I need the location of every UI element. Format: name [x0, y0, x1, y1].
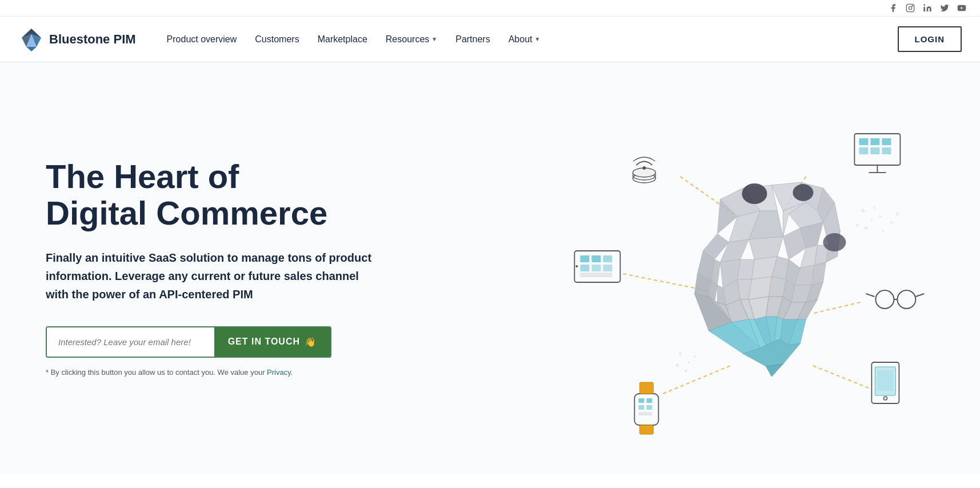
svg-marker-73 — [766, 364, 783, 377]
logo-link[interactable]: Bluestone PIM — [18, 26, 136, 53]
resources-chevron-icon: ▼ — [431, 36, 437, 42]
svg-rect-112 — [581, 273, 613, 277]
svg-line-13 — [812, 302, 861, 314]
logo-text: Bluestone PIM — [49, 32, 136, 47]
svg-rect-121 — [639, 398, 645, 403]
svg-point-114 — [898, 290, 916, 309]
svg-rect-129 — [878, 370, 894, 391]
svg-rect-118 — [635, 394, 659, 425]
hero-section: The Heart of Digital Commerce Finally an… — [0, 62, 980, 474]
svg-rect-108 — [603, 255, 613, 262]
twitter-link[interactable] — [940, 3, 949, 13]
social-bar — [0, 0, 980, 17]
svg-line-14 — [663, 365, 732, 394]
hero-title: The Heart of Digital Commerce — [46, 158, 541, 231]
svg-rect-107 — [592, 255, 601, 262]
svg-rect-124 — [647, 405, 653, 410]
svg-point-82 — [879, 215, 882, 218]
svg-rect-106 — [581, 255, 590, 262]
svg-rect-125 — [639, 412, 653, 415]
tablet-icon — [575, 251, 621, 282]
svg-point-89 — [694, 355, 696, 358]
youtube-icon — [957, 3, 966, 13]
login-button[interactable]: LOGIN — [898, 26, 962, 52]
svg-rect-100 — [871, 147, 880, 154]
wifi-server-icon — [633, 157, 656, 183]
nav-customers[interactable]: Customers — [247, 30, 307, 49]
nav-resources[interactable]: Resources ▼ — [378, 30, 445, 49]
nav-product-overview[interactable]: Product overview — [159, 30, 245, 49]
nav-about[interactable]: About ▼ — [501, 30, 549, 49]
svg-point-83 — [890, 221, 893, 224]
svg-point-130 — [884, 397, 887, 400]
svg-rect-98 — [882, 138, 891, 145]
get-in-touch-button[interactable]: GET IN TOUCH 👋 — [214, 327, 330, 357]
email-input[interactable] — [47, 327, 214, 357]
svg-point-85 — [896, 212, 899, 215]
svg-rect-109 — [581, 265, 590, 271]
svg-point-87 — [688, 361, 690, 363]
svg-point-113 — [876, 290, 894, 309]
svg-line-116 — [866, 294, 875, 297]
smartwatch-icon — [635, 382, 659, 434]
svg-marker-49 — [749, 277, 772, 299]
svg-marker-8 — [26, 47, 37, 51]
svg-point-76 — [823, 233, 846, 251]
navbar: Bluestone PIM Product overview Customers… — [0, 17, 980, 62]
svg-point-74 — [742, 183, 767, 204]
svg-point-3 — [923, 4, 925, 6]
logo-icon — [18, 26, 45, 53]
svg-rect-110 — [592, 265, 601, 271]
monitor-icon — [855, 134, 901, 173]
instagram-icon — [906, 3, 915, 13]
privacy-link[interactable]: Privacy — [267, 368, 291, 377]
svg-rect-0 — [906, 4, 914, 11]
hero-content: The Heart of Digital Commerce Finally an… — [46, 158, 541, 378]
nav-partners[interactable]: Partners — [447, 30, 498, 49]
linkedin-icon — [923, 3, 932, 13]
hero-subtitle: Finally an intuitive SaaS solution to ma… — [46, 249, 377, 303]
phone-icon — [872, 362, 899, 403]
svg-point-77 — [862, 209, 865, 213]
nav-marketplace[interactable]: Marketplace — [310, 30, 375, 49]
svg-point-84 — [882, 230, 885, 232]
svg-rect-111 — [603, 265, 613, 271]
svg-point-78 — [871, 218, 873, 221]
twitter-icon — [940, 3, 949, 13]
svg-marker-28 — [749, 237, 783, 259]
svg-rect-99 — [859, 147, 869, 154]
hero-graphic — [541, 97, 946, 439]
svg-point-79 — [856, 224, 859, 227]
disclaimer-text: * By clicking this button you allow us t… — [46, 367, 320, 378]
svg-point-81 — [865, 226, 868, 230]
hero-illustration — [541, 97, 946, 439]
svg-rect-96 — [859, 138, 869, 145]
cta-form: GET IN TOUCH 👋 — [46, 326, 331, 358]
svg-point-94 — [643, 166, 646, 170]
svg-point-80 — [874, 207, 876, 209]
svg-point-75 — [793, 184, 814, 201]
svg-point-90 — [685, 370, 687, 373]
svg-point-105 — [576, 265, 578, 267]
svg-line-117 — [916, 294, 925, 297]
svg-rect-120 — [640, 425, 654, 434]
svg-point-88 — [676, 363, 679, 367]
svg-rect-119 — [640, 382, 654, 394]
instagram-link[interactable] — [906, 3, 915, 13]
youtube-link[interactable] — [957, 3, 966, 13]
svg-rect-101 — [882, 147, 891, 154]
about-chevron-icon: ▼ — [534, 36, 540, 42]
svg-point-1 — [909, 6, 911, 9]
svg-rect-97 — [871, 138, 880, 145]
linkedin-link[interactable] — [923, 3, 932, 13]
svg-line-15 — [812, 365, 869, 388]
svg-point-2 — [912, 6, 913, 6]
facebook-link[interactable] — [889, 3, 898, 13]
nav-links: Product overview Customers Marketplace R… — [159, 30, 898, 49]
svg-point-86 — [679, 353, 682, 355]
glasses-icon — [866, 290, 925, 309]
svg-rect-122 — [647, 398, 653, 403]
facebook-icon — [889, 3, 898, 13]
svg-rect-123 — [639, 405, 645, 410]
